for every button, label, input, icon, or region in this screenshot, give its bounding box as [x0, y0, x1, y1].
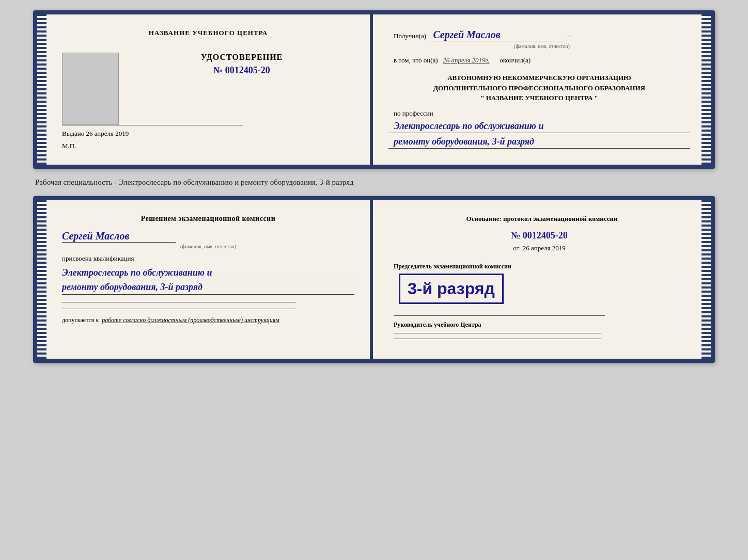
completed-prefix: в том, что он(а) — [394, 56, 438, 64]
qualification-label: присвоена квалификация — [53, 254, 354, 263]
chairman-label: Председатель экзаменационной комиссии — [388, 263, 690, 270]
top-cert-left: НАЗВАНИЕ УЧЕБНОГО ЦЕНТРА УДОСТОВЕРЕНИЕ №… — [37, 14, 370, 165]
stamp-text: 3-й разряд — [408, 279, 495, 298]
right-edge-decor — [702, 14, 711, 165]
bottom-right-edge-decor — [702, 200, 711, 359]
line2 — [62, 309, 296, 309]
doc-title: УДОСТОВЕРЕНИЕ — [120, 53, 354, 62]
completed-suffix: окончил(а) — [500, 56, 531, 64]
protocol-number: № 0012405-20 — [388, 230, 690, 241]
director-label: Руководитель учебного Центра — [388, 321, 690, 329]
protocol-date-value: 26 апреля 2019 — [523, 244, 566, 252]
photo-area — [62, 53, 119, 125]
recipient-line: Получил(а) Сергей Маслов – — [388, 29, 690, 41]
top-cert-center-title: НАЗВАНИЕ УЧЕБНОГО ЦЕНТРА — [53, 29, 354, 37]
decision-title: Решением экзаменационной комиссии — [53, 215, 354, 223]
recipient-prefix: Получил(а) — [394, 32, 426, 40]
completed-line: в том, что он(а) 26 апреля 2019г. окончи… — [388, 56, 690, 65]
qual-text1: Электрослесарь по обслуживанию и — [62, 266, 354, 280]
allowed-prefix: допускается к — [62, 316, 99, 324]
basis-title: Основание: протокол экзаменационной коми… — [388, 215, 690, 223]
fio2-label: (фамилия, имя, отчество) — [62, 244, 354, 249]
line1 — [62, 302, 296, 302]
protocol-date: от 26 апреля 2019 — [388, 244, 690, 252]
chairman-sig-line — [394, 315, 605, 316]
org-block: АВТОНОМНУЮ НЕКОММЕРЧЕСКУЮ ОРГАНИЗАЦИЮ ДО… — [388, 73, 690, 103]
bottom-certificate: Решением экзаменационной комиссии Сергей… — [33, 196, 715, 363]
stamp-box: 3-й разряд — [399, 274, 504, 304]
between-label: Рабочая специальность - Электрослесарь п… — [33, 178, 715, 187]
org-line1: АВТОНОМНУЮ НЕКОММЕРЧЕСКУЮ ОРГАНИЗАЦИЮ — [388, 73, 690, 83]
issued-date: 26 апреля 2019 — [86, 130, 129, 137]
completed-date: 26 апреля 2019г. — [443, 56, 489, 64]
profession-line1: Электрослесарь по обслуживанию и — [388, 120, 690, 133]
director-line2 — [394, 339, 601, 339]
qual-text2: ремонту оборудования, 3-й разряд — [62, 280, 354, 295]
director-sig-lines — [394, 333, 690, 339]
recipient-name: Сергей Маслов — [428, 29, 562, 41]
top-cert-right: Получил(а) Сергей Маслов – (фамилия, имя… — [373, 14, 711, 165]
bottom-cert-left: Решением экзаменационной комиссии Сергей… — [37, 200, 370, 359]
fio-label-top: (фамилия, имя, отчество) — [394, 43, 690, 49]
director-line1 — [394, 333, 601, 333]
issued-line: Выдано 26 апреля 2019 — [53, 130, 354, 138]
signature-lines — [62, 302, 354, 309]
bottom-cert-right: Основание: протокол экзаменационной коми… — [373, 200, 711, 359]
profession-label: по профессии — [388, 109, 690, 118]
org-line2: ДОПОЛНИТЕЛЬНОГО ПРОФЕССИОНАЛЬНОГО ОБРАЗО… — [388, 83, 690, 93]
issued-label: Выдано — [62, 130, 84, 137]
commission-name: Сергей Маслов — [62, 230, 176, 243]
allowed-label: допускается к работе согласно должностны… — [62, 316, 354, 324]
profession-line2: ремонту оборудования, 3-й разряд — [388, 135, 690, 149]
mp-label: М.П. — [53, 142, 354, 150]
doc-number: № 0012405-20 — [120, 65, 354, 76]
allowed-text: работе согласно должностным (производств… — [102, 316, 279, 324]
org-line3: " НАЗВАНИЕ УЧЕБНОГО ЦЕНТРА " — [388, 93, 690, 103]
top-certificate: НАЗВАНИЕ УЧЕБНОГО ЦЕНТРА УДОСТОВЕРЕНИЕ №… — [33, 10, 715, 169]
protocol-date-prefix: от — [513, 244, 519, 252]
